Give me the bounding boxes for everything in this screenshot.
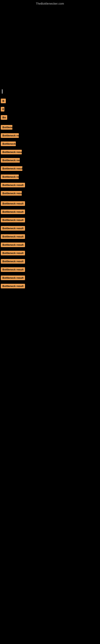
result-row-11: Bottleneck result <box>0 208 100 216</box>
result-row-13: Bottleneck result <box>0 225 100 233</box>
result-label-14: Bottleneck result <box>1 234 25 239</box>
result-row-17: Bottleneck result <box>0 258 100 266</box>
result-label-19: Bottleneck result <box>1 276 25 280</box>
result-row-18: Bottleneck result <box>0 266 100 274</box>
result-row-15: Bottleneck result <box>0 241 100 250</box>
result-label-7: Bottleneck result <box>1 174 19 179</box>
result-label-5: Bottleneck result <box>1 158 20 162</box>
result-row-7: Bottleneck result <box>0 173 100 182</box>
result-label-b1: B <box>1 98 6 103</box>
result-row-12: Bottleneck result <box>0 216 100 225</box>
result-row-9: Bottleneck result <box>0 190 100 198</box>
result-label-4: Bottleneck result <box>1 150 22 154</box>
result-label-18: Bottleneck result <box>1 267 25 272</box>
result-row-14: Bottleneck result <box>0 233 100 241</box>
result-label-2: Bottleneck result <box>1 133 19 138</box>
result-label-20: Bottleneck result <box>1 284 25 288</box>
result-row-bo: Bo <box>0 114 100 122</box>
pipe-label: | <box>0 87 100 94</box>
result-label-1: Bottleneck result <box>1 125 12 130</box>
result-row-1: Bottleneck result <box>0 124 100 132</box>
result-label-10: Bottleneck result <box>1 201 25 206</box>
result-label-15: Bottleneck result <box>1 242 25 247</box>
result-row-e1: E <box>0 106 100 114</box>
result-label-e1: E <box>1 107 4 112</box>
result-label-bo: Bo <box>1 115 7 120</box>
result-label-13: Bottleneck result <box>1 226 25 231</box>
result-row-4: Bottleneck result <box>0 148 100 157</box>
result-label-17: Bottleneck result <box>1 259 25 264</box>
result-row-20: Bottleneck result <box>0 282 100 291</box>
result-label-12: Bottleneck result <box>1 218 25 222</box>
result-row-3: Bottleneck result <box>0 140 100 148</box>
result-label-6: Bottleneck result <box>1 166 22 171</box>
result-row-19: Bottleneck result <box>0 274 100 282</box>
site-title: TheBottlenecker.com <box>0 0 100 6</box>
result-label-9: Bottleneck result <box>1 191 22 196</box>
result-row-10: Bottleneck result <box>0 200 100 208</box>
result-row-b1: B <box>0 98 100 106</box>
result-row-16: Bottleneck result <box>0 250 100 258</box>
top-image-area <box>0 6 100 87</box>
result-row-8: Bottleneck result <box>0 182 100 190</box>
result-label-8: Bottleneck result <box>1 183 25 187</box>
result-label-16: Bottleneck result <box>1 251 25 256</box>
result-label-3: Bottleneck result <box>1 142 16 146</box>
result-row-2: Bottleneck result <box>0 132 100 140</box>
result-row-5: Bottleneck result <box>0 157 100 165</box>
result-label-11: Bottleneck result <box>1 210 25 214</box>
result-row-6: Bottleneck result <box>0 165 100 173</box>
